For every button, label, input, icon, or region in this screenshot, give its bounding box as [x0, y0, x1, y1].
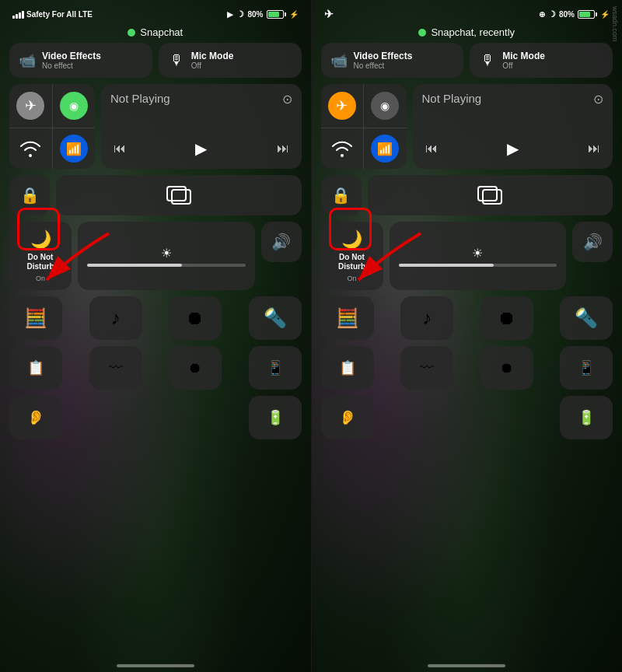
battery-icon-right: [578, 10, 597, 19]
right-accessibility-app[interactable]: ⏺: [480, 346, 533, 390]
left-top-row: 📹 Video Effects No effect 🎙 Mic Mode Off: [9, 43, 302, 78]
right-prev-btn[interactable]: ⏮: [422, 138, 441, 159]
right-wifi-btn[interactable]: [321, 128, 364, 169]
left-np-top: Not Playing ⊙: [110, 92, 292, 107]
left-dnd-tile[interactable]: 🌙 Do Not Disturb On: [9, 222, 72, 290]
watermark: wsadn.com: [611, 6, 619, 42]
left-flashlight-app[interactable]: 🔦: [249, 296, 302, 340]
right-volume-icon: 🔊: [583, 233, 603, 251]
left-now-playing[interactable]: Not Playing ⊙ ⏮ ▶ ⏭: [101, 84, 302, 169]
right-np-top: Not Playing ⊙: [422, 92, 604, 107]
left-conn-top: ✈ ◉: [9, 84, 95, 128]
left-mic-tile-text: Mic Mode Off: [191, 51, 234, 70]
right-video-tile-text: Video Effects No effect: [354, 51, 413, 70]
right-mic-mode-tile[interactable]: 🎙 Mic Mode Off: [470, 43, 613, 78]
left-shazam-app[interactable]: ♪: [89, 296, 142, 340]
right-cellular-btn[interactable]: ◉: [364, 84, 407, 128]
right-airplay-icon[interactable]: ⊙: [593, 92, 603, 107]
signal-bar-4: [22, 11, 24, 19]
right-airplane-btn[interactable]: ✈: [321, 84, 364, 128]
left-conn-bottom: 📶: [9, 128, 95, 169]
left-dnd-label: Do Not Disturb: [16, 253, 65, 271]
signal-bar-3: [19, 12, 21, 19]
left-video-effects-tile[interactable]: 📹 Video Effects No effect: [9, 43, 152, 78]
right-display-slider[interactable]: ☀: [390, 222, 567, 290]
right-phone-panel: wsadn.com ✈ ⊕ ☽ 80% ⚡ Sna: [312, 0, 623, 672]
left-app-row-3: 👂 🔋: [9, 396, 302, 439]
right-next-btn[interactable]: ⏭: [585, 138, 603, 159]
left-notes-app[interactable]: 📋: [9, 346, 62, 390]
right-video-effects-tile[interactable]: 📹 Video Effects No effect: [321, 43, 464, 78]
right-now-playing[interactable]: Not Playing ⊙ ⏮ ▶ ⏭: [413, 84, 613, 169]
right-conn-bottom: 📶: [321, 128, 407, 169]
left-mic-mode-tile[interactable]: 🎙 Mic Mode Off: [159, 43, 302, 78]
right-mic-tile-text: Mic Mode Off: [502, 51, 545, 70]
left-camera-app[interactable]: ⏺: [169, 296, 222, 340]
left-app-row-1: 🧮 ♪ ⏺ 🔦: [9, 296, 302, 340]
left-video-tile-text: Video Effects No effect: [42, 51, 101, 70]
svg-rect-3: [478, 187, 497, 201]
right-connectivity-block: ✈ ◉: [321, 84, 407, 169]
right-voice-app[interactable]: 〰: [400, 346, 453, 390]
right-flashlight-app[interactable]: 🔦: [560, 296, 613, 340]
bluetooth-icon-left: 📶: [60, 135, 88, 163]
left-battery-app[interactable]: 🔋: [249, 396, 302, 439]
right-moon-icon: ☽: [548, 9, 556, 19]
right-calc-app[interactable]: 🧮: [321, 296, 374, 340]
right-screen-mirror-btn[interactable]: [368, 175, 613, 215]
location-icon: ▶: [227, 10, 233, 19]
right-dnd-label: Do Not Disturb: [327, 253, 377, 271]
left-volume-tile[interactable]: 🔊: [261, 222, 302, 262]
right-status-bar: ✈ ⊕ ☽ 80% ⚡: [321, 0, 613, 25]
left-display-slider[interactable]: ☀: [78, 222, 255, 290]
right-app-row-2: 📋 〰 ⏺ 📱: [321, 346, 613, 390]
left-np-title: Not Playing: [110, 92, 170, 105]
right-volume-tile[interactable]: 🔊: [572, 222, 613, 262]
left-remote-app[interactable]: 📱: [249, 346, 302, 390]
left-play-btn[interactable]: ▶: [192, 136, 210, 161]
left-middle-row: ✈ ◉: [9, 84, 302, 169]
right-status-left: ✈: [324, 8, 334, 20]
left-status-bar: Safety For All LTE ▶ ☽ 80% ⚡: [9, 0, 302, 25]
right-remote-app[interactable]: 📱: [560, 346, 613, 390]
left-calc-app[interactable]: 🧮: [9, 296, 62, 340]
right-dnd-status: On: [347, 275, 356, 282]
right-top-row: 📹 Video Effects No effect 🎙 Mic Mode Off: [321, 43, 613, 78]
left-bluetooth-btn[interactable]: 📶: [52, 128, 95, 169]
right-mic-title: Mic Mode: [502, 51, 545, 61]
left-phone-panel: Safety For All LTE ▶ ☽ 80% ⚡ Snapchat: [0, 0, 311, 672]
right-airplane-icon: ✈: [328, 92, 356, 120]
svg-rect-0: [167, 187, 186, 201]
right-lock-rotation-btn[interactable]: 🔒: [321, 175, 362, 215]
left-next-btn[interactable]: ⏭: [274, 138, 292, 159]
wifi-icon-left: [16, 135, 44, 163]
left-voice-app[interactable]: 〰: [89, 346, 142, 390]
right-dnd-tile[interactable]: 🌙 Do Not Disturb On: [321, 222, 383, 290]
left-airplay-icon[interactable]: ⊙: [282, 92, 292, 107]
right-rotate-icon: ⊕: [539, 10, 545, 19]
airplane-status-icon: ✈: [324, 8, 334, 20]
left-wifi-btn[interactable]: [9, 128, 52, 169]
left-hearing-app[interactable]: 👂: [9, 396, 62, 439]
right-cellular-icon: ◉: [371, 92, 399, 120]
left-airplane-btn[interactable]: ✈: [9, 84, 52, 128]
right-notes-app[interactable]: 📋: [321, 346, 374, 390]
right-np-controls: ⏮ ▶ ⏭: [422, 136, 604, 161]
right-home-indicator: [428, 664, 505, 667]
left-accessibility-app[interactable]: ⏺: [169, 346, 222, 390]
left-lock-rotation-btn[interactable]: 🔒: [9, 175, 50, 215]
left-tiles-row: 🔒: [9, 175, 302, 215]
right-camera-app[interactable]: ⏺: [480, 296, 533, 340]
right-play-btn[interactable]: ▶: [504, 136, 522, 161]
right-snapchat-label: Snapchat, recently: [431, 26, 515, 38]
left-prev-btn[interactable]: ⏮: [110, 138, 129, 159]
left-screen-mirror-btn[interactable]: [56, 175, 302, 215]
right-np-title: Not Playing: [422, 92, 482, 105]
right-shazam-app[interactable]: ♪: [400, 296, 453, 340]
moon-dnd-icon: 🌙: [30, 229, 51, 250]
left-cellular-btn[interactable]: ◉: [52, 84, 95, 128]
right-bluetooth-btn[interactable]: 📶: [364, 128, 407, 169]
right-hearing-app[interactable]: 👂: [321, 396, 374, 439]
charging-bolt-right: ⚡: [600, 10, 610, 19]
right-battery-app[interactable]: 🔋: [560, 396, 613, 439]
